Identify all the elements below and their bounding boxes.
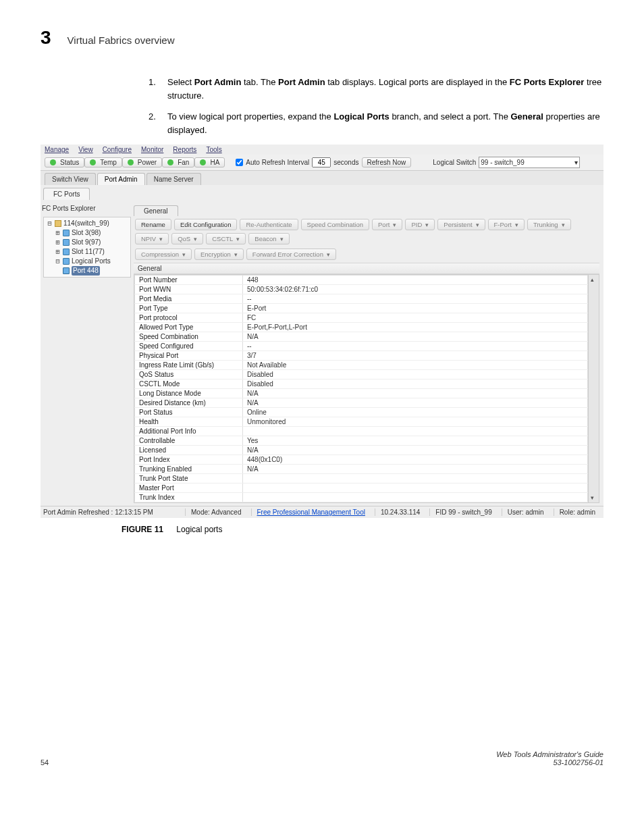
property-row: HealthUnmonitored <box>135 417 588 427</box>
step-text: To view logical port properties, expand … <box>167 110 603 136</box>
property-name: Desired Distance (km) <box>135 398 243 408</box>
status-led-icon <box>200 159 206 165</box>
slot-icon <box>63 249 70 255</box>
re-authenticate-button[interactable]: Re-Authenticate <box>240 219 298 230</box>
property-row: Port Media-- <box>135 294 588 304</box>
property-name: Port Type <box>135 304 243 313</box>
collapse-icon[interactable]: ⊟ <box>47 219 53 228</box>
auto-refresh-checkbox[interactable] <box>236 159 243 166</box>
tab-general[interactable]: General <box>134 205 178 216</box>
property-value: Online <box>243 408 588 417</box>
property-name: Trunking Enabled <box>135 465 243 474</box>
menu-tools[interactable]: Tools <box>206 146 221 153</box>
expand-icon[interactable]: ⊞ <box>55 238 61 247</box>
instruction-step: 1.Select Port Admin tab. The Port Admin … <box>149 76 603 102</box>
auto-refresh-interval-input[interactable] <box>312 157 331 167</box>
property-value: E-Port <box>243 304 588 313</box>
property-name: Speed Configured <box>135 342 243 351</box>
property-name: Long Distance Mode <box>135 389 243 398</box>
csctl-button[interactable]: CSCTL <box>206 233 246 244</box>
refresh-now-button[interactable]: Refresh Now <box>362 157 412 167</box>
trunking-button[interactable]: Trunking <box>527 219 571 230</box>
ports-icon <box>63 258 70 265</box>
tree-slot[interactable]: ⊞Slot 11(77) <box>45 247 129 257</box>
power-button[interactable]: Power <box>122 157 162 167</box>
forward-error-correction-button[interactable]: Forward Error Correction <box>246 249 336 260</box>
tree-slot[interactable]: ⊞Slot 3(98) <box>45 228 129 238</box>
expand-icon[interactable]: ⊞ <box>55 228 61 238</box>
property-row: Trunk Port State <box>135 474 588 484</box>
collapse-icon[interactable]: ⊟ <box>55 257 61 266</box>
tree-root[interactable]: ⊟ 114(switch_99) <box>45 219 129 228</box>
property-row: Physical Port3/7 <box>135 351 588 361</box>
tab-port-admin[interactable]: Port Admin <box>97 173 145 185</box>
status-button-label: Temp <box>100 159 116 166</box>
tree-slot[interactable]: ⊞Slot 9(97) <box>45 238 129 247</box>
compression-button[interactable]: Compression <box>135 249 192 260</box>
qos-button[interactable]: QoS <box>171 233 203 244</box>
property-name: Controllable <box>135 436 243 446</box>
menu-manage[interactable]: Manage <box>45 146 69 153</box>
property-value <box>243 427 588 436</box>
status-button-label: Fan <box>178 159 189 166</box>
doc-number: 53-1002756-01 <box>496 758 603 766</box>
property-row: Port protocolFC <box>135 313 588 323</box>
switch-icon <box>55 220 61 227</box>
fc-ports-explorer: ⊟ 114(switch_99) ⊞Slot 3(98)⊞Slot 9(97)⊞… <box>43 217 131 278</box>
figure-label: FIGURE 11 <box>122 525 163 534</box>
tab-fc-ports[interactable]: FC Ports <box>43 188 90 200</box>
tab-name-server[interactable]: Name Server <box>146 173 201 185</box>
property-name: Master Port <box>135 484 243 493</box>
status-led-icon <box>90 159 96 165</box>
property-row: Allowed Port TypeE-Port,F-Port,L-Port <box>135 323 588 332</box>
rename-button[interactable]: Rename <box>135 219 171 230</box>
menu-monitor[interactable]: Monitor <box>141 146 163 153</box>
menu-configure[interactable]: Configure <box>103 146 132 153</box>
menu-reports[interactable]: Reports <box>173 146 196 153</box>
fan-button[interactable]: Fan <box>162 157 194 167</box>
property-value: 50:00:53:34:02:6f:71:c0 <box>243 285 588 294</box>
property-row: Long Distance ModeN/A <box>135 389 588 398</box>
pid-button[interactable]: PID <box>405 219 435 230</box>
speed-combination-button[interactable]: Speed Combination <box>301 219 369 230</box>
edit-configuration-button[interactable]: Edit Configuration <box>174 219 238 230</box>
tab-switch-view[interactable]: Switch View <box>45 173 96 185</box>
seconds-label: seconds <box>333 159 358 166</box>
menu-view[interactable]: View <box>78 146 93 153</box>
logical-switch-label: Logical Switch <box>433 159 476 166</box>
port-button[interactable]: Port <box>372 219 402 230</box>
ha-button[interactable]: HA <box>194 157 225 167</box>
status-button[interactable]: Status <box>45 157 84 167</box>
temp-button[interactable]: Temp <box>84 157 122 167</box>
property-row: Master Port <box>135 484 588 493</box>
f-port-button[interactable]: F-Port <box>488 219 525 230</box>
status-bar: StatusTempPowerFanHA Auto Refresh Interv… <box>41 155 603 171</box>
property-row: QoS StatusDisabled <box>135 370 588 380</box>
slot-icon <box>63 230 70 236</box>
tree-slot-label: Slot 9(97) <box>72 238 101 247</box>
property-value: N/A <box>243 446 588 455</box>
tree-slot-label: Slot 11(77) <box>72 247 105 257</box>
property-name: Port Index <box>135 455 243 465</box>
tree-port-selected[interactable]: Port 448 <box>45 266 129 276</box>
logical-switch-dropdown[interactable]: 99 - switch_99 ▾ <box>479 157 580 168</box>
management-tool-link[interactable]: Free Professional Management Tool <box>257 509 365 516</box>
section-general-label: General <box>134 263 599 274</box>
property-value: N/A <box>243 398 588 408</box>
expand-icon[interactable]: ⊞ <box>55 247 61 257</box>
property-value <box>243 484 588 493</box>
encryption-button[interactable]: Encryption <box>194 249 244 260</box>
scrollbar[interactable] <box>588 275 599 502</box>
beacon-button[interactable]: Beacon <box>248 233 289 244</box>
property-value: 448 <box>243 276 588 285</box>
role-label: Role: admin <box>554 509 601 516</box>
property-name: Licensed <box>135 446 243 455</box>
port-toolbar: RenameEdit ConfigurationRe-AuthenticateS… <box>134 216 599 246</box>
status-led-icon <box>50 159 56 165</box>
property-value <box>243 474 588 484</box>
property-value: E-Port,F-Port,L-Port <box>243 323 588 332</box>
npiv-button[interactable]: NPIV <box>135 233 169 244</box>
tree-logical-ports[interactable]: ⊟ Logical Ports <box>45 257 129 266</box>
port-icon <box>63 267 70 274</box>
persistent-button[interactable]: Persistent <box>437 219 485 230</box>
